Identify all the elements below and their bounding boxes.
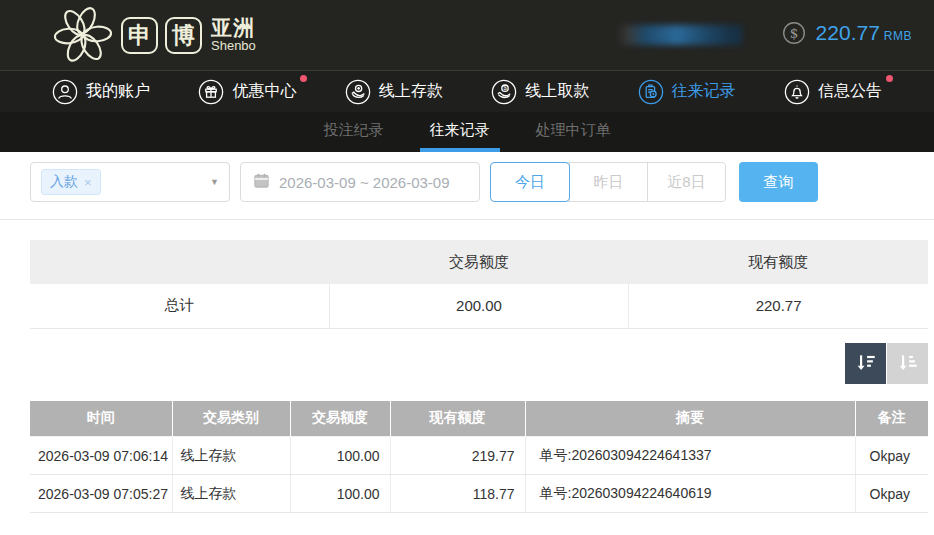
records-header-row: 时间 交易类别 交易额度 现有额度 摘要 备注 bbox=[30, 401, 928, 437]
last-8-days-button[interactable]: 近8日 bbox=[647, 163, 725, 201]
nav-label: 优惠中心 bbox=[232, 81, 296, 102]
balance-currency: RMB bbox=[884, 29, 912, 43]
sort-ascending-button[interactable] bbox=[887, 343, 928, 384]
summary-transaction-amount: 200.00 bbox=[329, 284, 628, 328]
type-tag-label: 入款 bbox=[50, 173, 78, 191]
withdraw-icon: $ bbox=[491, 79, 517, 105]
col-header-current-balance: 现有额度 bbox=[390, 401, 525, 437]
records-icon bbox=[638, 79, 664, 105]
cell-time: 2026-03-09 07:06:14 bbox=[30, 437, 172, 475]
filter-bar: 入款 × ▼ 2026-03-09 ~ 2026-03-09 今日 昨日 近8日… bbox=[30, 162, 934, 202]
cell-summary: 单号:202603094224640619 bbox=[525, 475, 855, 513]
summary-header-empty bbox=[30, 240, 329, 284]
cell-summary: 单号:202603094224641337 bbox=[525, 437, 855, 475]
cell-current-balance: 118.77 bbox=[390, 475, 525, 513]
user-icon bbox=[52, 79, 78, 105]
summary-header-transaction-amount: 交易额度 bbox=[329, 240, 628, 284]
col-header-transaction-type: 交易类别 bbox=[172, 401, 290, 437]
logo-char-bo: 博 bbox=[165, 17, 202, 54]
cell-transaction-amount: 100.00 bbox=[290, 437, 390, 475]
cell-remark: Okpay bbox=[855, 437, 928, 475]
cell-transaction-type: 线上存款 bbox=[172, 475, 290, 513]
nav-item-my-account[interactable]: 我的账户 bbox=[52, 79, 150, 105]
notification-dot bbox=[886, 75, 893, 82]
notification-dot bbox=[300, 75, 307, 82]
cell-remark: Okpay bbox=[855, 475, 928, 513]
date-range-value: 2026-03-09 ~ 2026-03-09 bbox=[279, 174, 450, 191]
summary-total-label: 总计 bbox=[30, 284, 329, 328]
cell-transaction-type: 线上存款 bbox=[172, 437, 290, 475]
gift-icon bbox=[198, 79, 224, 105]
sort-descending-button[interactable] bbox=[845, 343, 886, 384]
summary-current-balance: 220.77 bbox=[629, 284, 928, 328]
nav-item-online-withdrawal[interactable]: $ 线上取款 bbox=[491, 79, 589, 105]
site-logo: 申 博 亚洲 Shenbo bbox=[52, 4, 256, 66]
tab-betting-records[interactable]: 投注纪录 bbox=[314, 112, 394, 152]
balance-display: $ 220.77 RMB bbox=[782, 21, 912, 49]
cell-current-balance: 219.77 bbox=[390, 437, 525, 475]
main-navigation: 我的账户 优惠中心 线上存款 bbox=[0, 70, 934, 112]
transaction-type-select[interactable]: 入款 × ▼ bbox=[30, 162, 230, 202]
nav-label: 线上存款 bbox=[379, 81, 443, 102]
col-header-remark: 备注 bbox=[855, 401, 928, 437]
nav-item-promotions[interactable]: 优惠中心 bbox=[198, 79, 296, 105]
summary-header-row: 交易额度 现有额度 bbox=[30, 240, 928, 284]
tab-pending-orders[interactable]: 处理中订单 bbox=[526, 112, 621, 152]
logo-region-text: 亚洲 bbox=[211, 17, 256, 39]
col-header-transaction-amount: 交易额度 bbox=[290, 401, 390, 437]
flower-logo-icon bbox=[52, 4, 114, 66]
nav-label: 线上取款 bbox=[525, 81, 589, 102]
section-divider bbox=[0, 219, 934, 220]
top-header-bar: 申 博 亚洲 Shenbo $ 220.77 RMB bbox=[0, 0, 934, 70]
cell-time: 2026-03-09 07:05:27 bbox=[30, 475, 172, 513]
records-table: 时间 交易类别 交易额度 现有额度 摘要 备注 2026-03-09 07:06… bbox=[30, 401, 928, 514]
records-sub-tabs: 投注纪录 往来记录 处理中订单 bbox=[0, 112, 934, 152]
col-header-time: 时间 bbox=[30, 401, 172, 437]
tab-transaction-records[interactable]: 往来记录 bbox=[420, 112, 500, 152]
sort-controls bbox=[30, 343, 928, 384]
record-row: 2026-03-09 07:05:27 线上存款 100.00 118.77 单… bbox=[30, 475, 928, 513]
query-button[interactable]: 查询 bbox=[739, 162, 818, 202]
logo-char-shen: 申 bbox=[121, 17, 158, 54]
summary-total-row: 总计 200.00 220.77 bbox=[30, 284, 928, 328]
date-range-picker[interactable]: 2026-03-09 ~ 2026-03-09 bbox=[240, 162, 480, 202]
username-redacted bbox=[617, 25, 742, 45]
balance-amount: 220.77 bbox=[816, 21, 880, 45]
svg-text:$: $ bbox=[789, 25, 798, 41]
deposit-icon bbox=[345, 79, 371, 105]
nav-item-online-deposit[interactable]: 线上存款 bbox=[345, 79, 443, 105]
cell-transaction-amount: 100.00 bbox=[290, 475, 390, 513]
calendar-icon bbox=[253, 172, 270, 192]
col-header-summary: 摘要 bbox=[525, 401, 855, 437]
tag-remove-icon[interactable]: × bbox=[84, 175, 92, 190]
nav-label: 信息公告 bbox=[818, 81, 882, 102]
chevron-down-icon: ▼ bbox=[210, 177, 219, 187]
logo-subtitle: Shenbo bbox=[211, 39, 256, 53]
record-row: 2026-03-09 07:06:14 线上存款 100.00 219.77 单… bbox=[30, 437, 928, 475]
summary-header-current-balance: 现有额度 bbox=[629, 240, 928, 284]
svg-text:$: $ bbox=[503, 84, 507, 91]
today-button[interactable]: 今日 bbox=[491, 163, 569, 201]
nav-item-transaction-records[interactable]: 往来记录 bbox=[638, 79, 736, 105]
dollar-coin-icon: $ bbox=[782, 21, 806, 49]
type-tag: 入款 × bbox=[41, 169, 101, 195]
nav-label: 我的账户 bbox=[86, 81, 150, 102]
yesterday-button[interactable]: 昨日 bbox=[569, 163, 647, 201]
nav-label: 往来记录 bbox=[672, 81, 736, 102]
quick-date-button-group: 今日 昨日 近8日 bbox=[490, 162, 726, 202]
bell-icon bbox=[784, 79, 810, 105]
nav-item-announcements[interactable]: 信息公告 bbox=[784, 79, 882, 105]
summary-table: 交易额度 现有额度 总计 200.00 220.77 bbox=[30, 240, 928, 329]
